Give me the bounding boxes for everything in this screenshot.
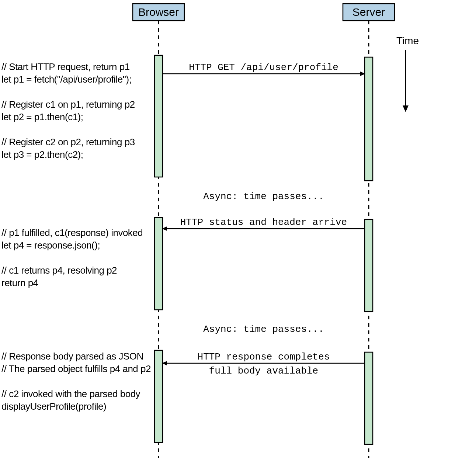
activation-server-1 (365, 57, 373, 181)
code-line-1-1: let p4 = response.json(); (1, 240, 100, 251)
code-line-1-3: // c1 returns p4, resolving p2 (1, 265, 117, 276)
actor-label-server: Server (352, 6, 385, 18)
time-label: Time (396, 35, 419, 46)
code-line-0-3: // Register c1 on p1, returning p2 (1, 99, 135, 110)
code-line-0-7: let p3 = p2.then(c2); (1, 149, 83, 160)
activation-browser-4 (154, 350, 163, 443)
code-line-1-4: return p4 (1, 277, 38, 288)
code-line-0-6: // Register c2 on p2, returning p3 (1, 136, 135, 148)
code-line-1-0: // p1 fulfilled, c1(response) invoked (1, 227, 143, 238)
code-line-0-4: let p2 = p1.then(c1); (1, 111, 83, 122)
gap-label-1: Async: time passes... (203, 324, 324, 335)
message-label-1: HTTP status and header arrive (180, 217, 347, 228)
sequence-diagram: BrowserServerTimeHTTP GET /api/user/prof… (0, 0, 476, 458)
activation-browser-0 (154, 55, 163, 177)
code-line-2-4: displayUserProfile(profile) (1, 401, 106, 412)
message-label-2: HTTP response completes (198, 351, 330, 362)
code-line-0-0: // Start HTTP request, return p1 (1, 61, 130, 72)
activation-server-5 (365, 352, 373, 444)
code-line-2-0: // Response body parsed as JSON (1, 351, 143, 362)
message-label-0: HTTP GET /api/user/profile (189, 62, 338, 73)
actor-label-browser: Browser (138, 6, 179, 18)
code-line-0-1: let p1 = fetch("/api/user/profile"); (1, 74, 131, 85)
code-line-2-1: // The parsed object fulfills p4 and p2 (1, 363, 151, 374)
gap-label-0: Async: time passes... (203, 191, 324, 202)
activation-browser-2 (154, 218, 163, 310)
code-line-2-3: // c2 invoked with the parsed body (1, 388, 140, 399)
activation-server-3 (365, 219, 373, 312)
message-label2-2: full body available (209, 365, 318, 377)
